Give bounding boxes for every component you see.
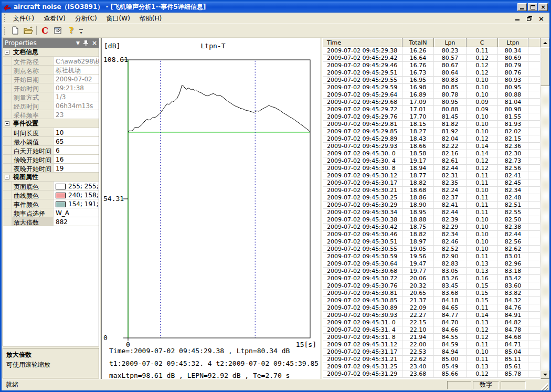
mdi-minimize-button[interactable] <box>513 15 521 22</box>
mdi-close-button[interactable]: × <box>537 15 545 22</box>
property-row[interactable]: 夜晚开始时间19 <box>3 164 99 173</box>
new-document-button[interactable] <box>8 25 22 37</box>
property-row[interactable]: 开始日期2009-07-02 <box>3 75 99 83</box>
property-value[interactable]: 09:21:38 <box>54 83 99 92</box>
close-button[interactable]: × <box>538 3 548 11</box>
property-row[interactable]: 傍晚开始时间16 <box>3 155 99 164</box>
table-row[interactable]: 2009-07-02 09:45:29.7217.0180.880.0980.9… <box>323 106 541 113</box>
menu-item-2[interactable]: 分析(C) <box>70 14 102 23</box>
property-value[interactable]: 1/3 <box>54 92 99 101</box>
toolbar-grip[interactable] <box>4 27 7 35</box>
table-row[interactable]: 2009-07-02 09:45:29.6817.0980.950.0981.0… <box>323 99 541 106</box>
mdi-restore-button[interactable] <box>525 15 533 22</box>
table-row[interactable]: 2009-07-02 09:45:30.8922.0984.650.1184.7… <box>323 304 541 312</box>
table-row[interactable]: 2009-07-02 09:45:31. 821.9484.550.1284.6… <box>323 334 541 341</box>
table-row[interactable]: 2009-07-02 09:45:30.9322.2784.770.1484.9… <box>323 312 541 319</box>
toolbar-overflow-button[interactable]: ▾ <box>78 25 84 37</box>
table-row[interactable]: 2009-07-02 09:45:30.5519.0582.520.1082.6… <box>323 246 541 253</box>
column-header-c[interactable]: C <box>467 38 498 47</box>
properties-form-button[interactable] <box>51 25 65 37</box>
table-row[interactable]: 2009-07-02 09:45:30.3418.9582.440.1182.5… <box>323 209 541 216</box>
property-row[interactable]: 白天开始时间6 <box>3 146 99 155</box>
table-vertical-scrollbar[interactable] <box>541 38 549 379</box>
property-row[interactable]: 页面底色255; 255; 25 <box>3 182 99 190</box>
property-row[interactable]: 频率点选择W_A <box>3 208 99 217</box>
property-row[interactable]: 采样频率23 <box>3 110 99 119</box>
table-row[interactable]: 2009-07-02 09:45:30.1718.8282.350.1182.4… <box>323 179 541 187</box>
help-button[interactable]: ? <box>65 25 78 37</box>
property-value[interactable]: 栎社机场 <box>54 66 99 74</box>
panel-menu-icon[interactable]: ▼ <box>76 40 80 46</box>
table-row[interactable]: 2009-07-02 09:45:30. 818.9482.440.1282.5… <box>323 165 541 172</box>
scroll-down-icon[interactable] <box>541 370 549 379</box>
table-row[interactable]: 2009-07-02 09:45:30.2518.8682.370.1182.4… <box>323 194 541 202</box>
table-row[interactable]: 2009-07-02 09:45:30.2118.6882.240.1082.3… <box>323 187 541 194</box>
table-row[interactable]: 2009-07-02 09:45:29.4216.6480.570.1280.6… <box>323 55 541 62</box>
property-row[interactable]: 经历时间06h34m13s <box>3 101 99 110</box>
column-header-ltpn[interactable]: Ltpn <box>498 38 528 47</box>
table-row[interactable]: 2009-07-02 09:45:29.9318.6682.220.1482.3… <box>323 143 541 150</box>
table-row[interactable]: 2009-07-02 09:45:29.5116.7380.640.1280.7… <box>323 69 541 77</box>
property-value[interactable]: 2009-07-02 <box>54 75 99 83</box>
property-value[interactable]: 6 <box>54 146 99 154</box>
table-row[interactable]: 2009-07-02 09:45:30.7220.0683.260.1683.4… <box>323 275 541 282</box>
table-row[interactable]: 2009-07-02 09:45:30.1218.7782.310.1182.4… <box>323 172 541 179</box>
table-row[interactable]: 2009-07-02 09:45:30.2918.9082.410.1182.5… <box>323 202 541 209</box>
table-row[interactable]: 2009-07-02 09:45:30.8521.3784.180.1584.3… <box>323 297 541 304</box>
table-row[interactable]: 2009-07-02 09:45:30.5919.5682.900.1183.0… <box>323 253 541 260</box>
menu-item-3[interactable]: 窗口(W) <box>102 14 135 23</box>
property-value[interactable]: 16 <box>54 155 99 163</box>
resize-grip[interactable] <box>541 383 548 390</box>
table-row[interactable]: 2009-07-02 09:45:29.8518.2781.920.1082.0… <box>323 128 541 135</box>
property-value[interactable]: 19 <box>54 164 99 172</box>
table-row[interactable]: 2009-07-02 09:45:31.2122.6285.000.1185.1… <box>323 356 541 363</box>
table-row[interactable]: 2009-07-02 09:45:31.1222.0084.590.1184.7… <box>323 341 541 348</box>
property-value[interactable]: 06h34m13s <box>54 101 99 110</box>
table-row[interactable]: 2009-07-02 09:45:31.2523.4085.490.1385.6… <box>323 363 541 370</box>
property-section-header[interactable]: 事件设置 <box>3 119 99 128</box>
column-header-lpn[interactable]: Lpn <box>434 38 467 47</box>
property-row[interactable]: 文件路径C:\awa6298\机场 <box>3 57 99 66</box>
table-row[interactable]: 2009-07-02 09:45:30. 419.1782.610.1282.7… <box>323 157 541 165</box>
ltpn-chart[interactable]: [dB]Ltpn-T108.6154.310015[s]Time=:2009-0… <box>102 38 321 379</box>
table-row[interactable]: 2009-07-02 09:45:30. 018.5882.160.1482.3… <box>323 150 541 157</box>
chart-panel[interactable]: [dB]Ltpn-T108.6154.310015[s]Time=:2009-0… <box>101 38 321 379</box>
property-section-header[interactable]: 文档信息 <box>3 48 99 57</box>
property-row[interactable]: 最小阈值65 <box>3 137 99 146</box>
menu-item-1[interactable]: 查看(V) <box>39 14 70 23</box>
table-row[interactable]: 2009-07-02 09:45:29.4616.7680.670.1280.7… <box>323 62 541 69</box>
table-row[interactable]: 2009-07-02 09:45:29.8918.4382.040.1282.1… <box>323 135 541 143</box>
column-header-totaln[interactable]: TotalN <box>402 38 434 47</box>
table-row[interactable]: 2009-07-02 09:45:30.5118.9782.460.1082.5… <box>323 238 541 246</box>
table-row[interactable]: 2009-07-02 09:45:30.4218.7582.290.1082.3… <box>323 224 541 231</box>
property-section-header[interactable]: 视图属性 <box>3 173 99 182</box>
menu-item-0[interactable]: 文件(F) <box>8 14 39 23</box>
table-row[interactable]: 2009-07-02 09:45:31.2923.6885.660.1285.7… <box>323 370 541 378</box>
table-row[interactable]: 2009-07-02 09:45:30.6819.7783.050.1383.1… <box>323 268 541 275</box>
property-value[interactable]: 882 <box>54 217 99 226</box>
property-row[interactable]: 时间长度10 <box>3 128 99 137</box>
scroll-up-icon[interactable] <box>541 38 549 47</box>
column-header-time[interactable]: Time <box>323 38 402 47</box>
collapse-icon[interactable] <box>5 121 9 126</box>
table-row[interactable]: 2009-07-02 09:45:30.6419.4782.830.1382.9… <box>323 260 541 268</box>
property-value[interactable]: 23 <box>54 110 99 119</box>
panel-close-icon[interactable]: × <box>92 39 97 47</box>
menu-item-4[interactable]: 帮助(H) <box>135 14 166 23</box>
table-row[interactable]: 2009-07-02 09:45:31.1722.5384.940.1085.0… <box>323 348 541 356</box>
table-row[interactable]: 2009-07-02 09:45:29.3816.2680.230.1180.3… <box>323 47 541 55</box>
property-value[interactable]: 10 <box>54 128 99 136</box>
property-value[interactable]: 240; 158; 15 <box>54 190 99 199</box>
table-row[interactable]: 2009-07-02 09:45:30.4618.8282.340.1082.4… <box>323 231 541 238</box>
property-value[interactable]: W_A <box>54 208 99 217</box>
property-row[interactable]: 测点名称栎社机场 <box>3 66 99 75</box>
table-row[interactable]: 2009-07-02 09:45:29.5516.9580.830.1080.9… <box>323 77 541 84</box>
pin-icon[interactable] <box>83 40 88 46</box>
table-row[interactable]: 2009-07-02 09:45:31. 422.1084.660.1284.7… <box>323 326 541 334</box>
property-value[interactable]: 154; 191; 18 <box>54 199 99 208</box>
open-folder-button[interactable] <box>22 25 35 37</box>
minimize-button[interactable] <box>517 3 527 11</box>
property-row[interactable]: 测量方式1/3 <box>3 92 99 101</box>
table-row[interactable]: 2009-07-02 09:45:29.5916.9880.850.1080.9… <box>323 84 541 91</box>
property-value[interactable]: C:\awa6298\机场 <box>54 57 99 65</box>
